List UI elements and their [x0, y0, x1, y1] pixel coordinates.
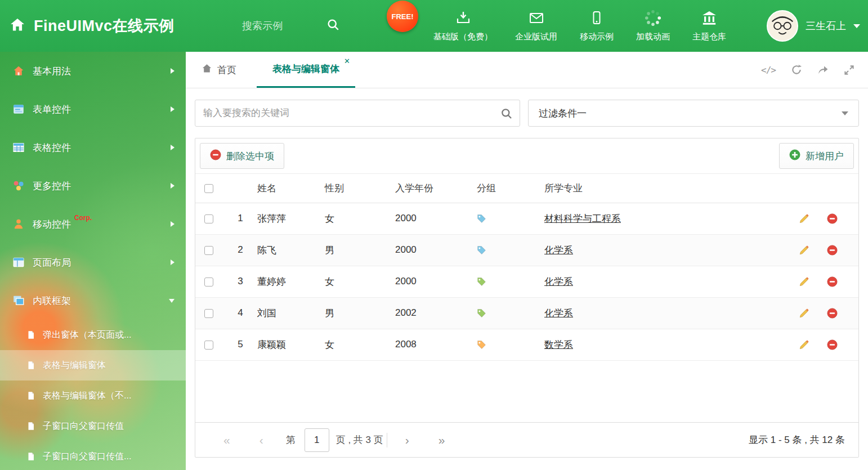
sidebar-subitem-popup-window[interactable]: 弹出窗体（本页面或... — [0, 320, 186, 350]
nav-item-label: 加载动画 — [636, 32, 670, 42]
layout-icon — [12, 256, 25, 268]
column-header-group[interactable]: 分组 — [473, 174, 541, 203]
major-link[interactable]: 化学系 — [544, 308, 573, 319]
column-header-year[interactable]: 入学年份 — [392, 174, 473, 203]
expand-icon[interactable] — [844, 65, 854, 75]
sidebar-item-iframe[interactable]: 内联框架 — [0, 281, 186, 320]
table-row: 2 陈飞 男 2000 化学系 — [195, 234, 858, 266]
chevron-right-icon — [171, 106, 175, 112]
major-link[interactable]: 化学系 — [544, 245, 573, 256]
sidebar-item-page-layout[interactable]: 页面布局 — [0, 243, 186, 281]
pager-divider — [387, 433, 387, 447]
bank-icon — [701, 10, 717, 28]
edit-icon[interactable] — [799, 245, 809, 256]
nav-item-label: 移动示例 — [580, 32, 614, 42]
add-user-button[interactable]: 新增用户 — [779, 143, 854, 169]
download-icon — [455, 10, 471, 28]
row-checkbox[interactable] — [204, 246, 213, 255]
row-number: 1 — [227, 203, 254, 234]
plus-circle-icon — [789, 149, 800, 163]
row-checkbox[interactable] — [204, 214, 213, 223]
avatar — [767, 10, 798, 42]
major-link[interactable]: 数学系 — [544, 339, 573, 350]
nav-item-label: 基础版（免费） — [433, 32, 493, 42]
tag-icon — [477, 308, 486, 318]
delete-row-icon[interactable] — [827, 308, 838, 319]
sidebar-item-form-controls[interactable]: 表单控件 — [0, 90, 186, 128]
row-number: 2 — [227, 234, 254, 266]
nav-item-loading-animations[interactable]: 加载动画 — [625, 0, 681, 52]
nav-item-label: 主题仓库 — [692, 32, 726, 42]
sidebar-item-basic-usage[interactable]: 基本用法 — [0, 52, 186, 90]
sidebar-subitem-child-to-parent-alt[interactable]: 子窗口向父窗口传值... — [0, 441, 186, 470]
nav-item-theme-repo[interactable]: 主题仓库 — [681, 0, 737, 52]
corp-badge: Corp. — [74, 214, 92, 222]
main-content: 首页 表格与编辑窗体 ✕ </> 过滤条件一 — [186, 52, 868, 470]
prev-page-icon[interactable]: ‹ — [245, 433, 278, 447]
brand[interactable]: FineUIMvc在线示例 — [9, 0, 175, 52]
delete-row-icon[interactable] — [827, 245, 838, 256]
sidebar-item-grid-controls[interactable]: 表格控件 — [0, 128, 186, 167]
column-header-gender[interactable]: 性别 — [321, 174, 392, 203]
user-menu[interactable]: 三生石上 — [767, 0, 860, 52]
major-link[interactable]: 材料科学与工程系 — [544, 213, 621, 224]
sidebar-subitem-grid-edit-window[interactable]: 表格与编辑窗体 — [0, 350, 186, 381]
tab-home[interactable]: 首页 — [194, 52, 244, 88]
tab-home-label: 首页 — [217, 64, 236, 77]
delete-row-icon[interactable] — [827, 276, 838, 287]
sidebar-subitem-label: 表格与编辑窗体 — [43, 360, 106, 371]
app-title: FineUIMvc在线示例 — [34, 16, 175, 36]
delete-row-icon[interactable] — [827, 339, 838, 350]
header-nav: 基础版（免费） 企业版试用 移动示例 — [422, 0, 737, 52]
row-checkbox[interactable] — [204, 341, 213, 350]
sidebar-subitem-label: 表格与编辑窗体（不... — [43, 390, 131, 402]
header-search-input[interactable] — [242, 20, 326, 32]
filter-dropdown[interactable]: 过滤条件一 — [528, 100, 859, 127]
nav-item-mobile-demo[interactable]: 移动示例 — [569, 0, 625, 52]
page-number-input[interactable] — [305, 428, 329, 452]
sidebar-subitem-grid-edit-window-alt[interactable]: 表格与编辑窗体（不... — [0, 381, 186, 411]
search-icon[interactable] — [500, 108, 513, 122]
tab-grid-edit-window[interactable]: 表格与编辑窗体 ✕ — [257, 52, 355, 88]
column-header-name[interactable]: 姓名 — [254, 174, 321, 203]
chevron-right-icon — [171, 183, 175, 189]
major-link[interactable]: 化学系 — [544, 276, 573, 287]
edit-icon[interactable] — [799, 308, 809, 319]
delete-selected-button[interactable]: 删除选中项 — [200, 143, 284, 169]
table-header-row: 姓名 性别 入学年份 分组 所学专业 — [195, 174, 858, 203]
first-page-icon[interactable]: « — [209, 433, 245, 447]
edit-icon[interactable] — [799, 213, 809, 224]
select-all-checkbox[interactable] — [204, 184, 213, 193]
keyword-search-input[interactable] — [195, 108, 520, 119]
sidebar-item-label: 更多控件 — [33, 180, 71, 193]
nav-item-enterprise-trial[interactable]: 企业版试用 — [504, 0, 569, 52]
search-icon[interactable] — [326, 18, 340, 34]
chevron-right-icon — [171, 259, 175, 265]
free-badge: FREE! — [387, 1, 418, 32]
last-page-icon[interactable]: » — [424, 433, 460, 447]
sidebar-subitem-child-to-parent[interactable]: 子窗口向父窗口传值 — [0, 411, 186, 441]
page-suffix-label: 页 , 共 3 页 — [336, 433, 383, 446]
cell-year: 2000 — [392, 203, 473, 234]
nav-item-basic-free[interactable]: 基础版（免费） — [422, 0, 504, 52]
file-icon — [26, 391, 36, 401]
edit-icon[interactable] — [799, 276, 809, 287]
cell-name: 张萍萍 — [254, 203, 321, 234]
cell-gender: 女 — [321, 203, 392, 234]
delete-row-icon[interactable] — [827, 213, 838, 224]
row-checkbox[interactable] — [204, 277, 213, 287]
filter-row: 过滤条件一 — [186, 88, 868, 138]
next-page-icon[interactable]: › — [391, 433, 424, 447]
home-icon — [202, 63, 212, 77]
users-table: 姓名 性别 入学年份 分组 所学专业 1 张萍萍 女 2000 材料科学与工程系 — [195, 174, 858, 361]
sidebar-item-mobile-controls[interactable]: 移动控件 Corp. — [0, 205, 186, 243]
edit-icon[interactable] — [799, 339, 809, 350]
frames-icon — [12, 294, 25, 307]
column-header-major[interactable]: 所学专业 — [541, 174, 795, 203]
row-checkbox[interactable] — [204, 309, 213, 318]
source-code-icon[interactable]: </> — [761, 65, 776, 75]
share-icon[interactable] — [817, 65, 829, 75]
refresh-icon[interactable] — [791, 64, 802, 75]
sidebar-item-more-controls[interactable]: 更多控件 — [0, 167, 186, 205]
close-icon[interactable]: ✕ — [344, 57, 350, 65]
